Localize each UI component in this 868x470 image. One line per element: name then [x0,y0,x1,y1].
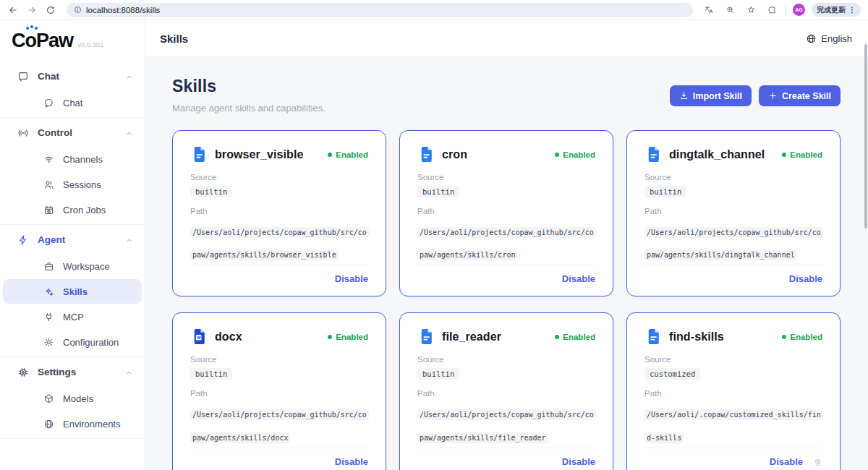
skill-card-docx: w docx Enabled Source builtin Path /User… [172,312,386,470]
skills-page: Skills Manage agent skills and capabilit… [145,57,868,470]
disable-button[interactable]: Disable [335,456,368,467]
lightning-icon [17,234,29,246]
path-value: /Users/aoli/.copaw/customized_skills/fin… [644,409,823,443]
skill-card-cron: cron Enabled Source builtin Path /Users/… [399,130,613,296]
disable-button[interactable]: Disable [335,273,368,284]
svg-text:w: w [196,335,201,340]
sidebar-item-skills[interactable]: Skills [3,279,142,304]
broadcast-icon [17,127,29,139]
source-label: Source [417,355,595,364]
extensions-icon[interactable] [765,3,779,17]
zoom-in-icon[interactable] [723,3,737,17]
users-icon [43,179,54,190]
page-title: Skills [172,77,326,96]
briefcase-icon [43,261,54,272]
language-label: English [821,33,852,44]
source-label: Source [644,173,822,181]
globe-icon [43,419,54,430]
scrollbar[interactable] [864,44,867,228]
sidebar-nav: Chat Chat Control Channels Sessions Cron… [0,61,145,470]
source-value: builtin [190,368,232,380]
cube-icon [43,393,54,404]
download-icon [679,91,689,101]
path-label: Path [644,389,822,398]
sidebar-item-workspace[interactable]: Workspace [3,254,142,278]
sidebar: CoPaw v0.0.3b1 Chat Chat Control Channel… [0,20,145,470]
menu-dots-icon[interactable]: ⋮ [848,6,856,14]
status-badge: Enabled [328,333,368,341]
path-label: Path [417,389,595,398]
path-label: Path [417,207,595,215]
path-label: Path [644,207,822,215]
sidebar-section-settings[interactable]: Settings [0,359,145,385]
sidebar-item-cron-jobs[interactable]: Cron Jobs [3,197,142,222]
sidebar-item-channels[interactable]: Channels [3,147,142,171]
file-icon [417,145,435,163]
reload-icon[interactable] [43,3,58,17]
source-value: builtin [644,186,686,197]
wifi-icon [43,154,54,165]
chevron-up-icon[interactable] [125,236,133,244]
path-value: /Users/aoli/projects/copaw_github/src/co… [417,227,596,260]
disable-button[interactable]: Disable [562,456,595,467]
source-value: customized [644,368,700,380]
path-label: Path [190,389,368,398]
skill-card-dingtalk-channel: dingtalk_channel Enabled Source builtin … [626,130,841,296]
chevron-up-icon[interactable] [125,129,133,137]
url-bar[interactable]: localhost:8088/skills [67,3,693,17]
url-text: localhost:8088/skills [86,6,160,14]
path-value: /Users/aoli/projects/copaw_github/src/co… [190,409,369,443]
sidebar-section-agent[interactable]: Agent [0,226,145,253]
skill-name: find-skills [669,330,724,343]
skill-name: dingtalk_channel [669,148,765,161]
profile-avatar[interactable]: AO [793,4,805,16]
import-skill-button[interactable]: Import Skill [670,85,752,106]
file-icon [417,328,435,346]
status-badge: Enabled [782,150,822,159]
browser-chrome: localhost:8088/skills AO 完成更新 ⋮ [0,0,868,20]
sidebar-item-sessions[interactable]: Sessions [3,172,142,197]
status-badge: Enabled [555,150,595,159]
sidebar-section-chat[interactable]: Chat [0,63,145,90]
disable-button[interactable]: Disable [789,273,822,284]
source-value: builtin [417,186,459,197]
skill-name: docx [215,330,242,343]
bookmark-star-icon[interactable] [744,3,758,17]
path-value: /Users/aoli/projects/copaw_github/src/co… [644,227,823,260]
status-badge: Enabled [328,150,368,159]
forward-icon[interactable] [25,3,39,17]
chrome-update-button[interactable]: 完成更新 ⋮ [812,3,861,17]
source-label: Source [417,173,595,181]
topbar-title: Skills [160,33,188,45]
sidebar-section-control[interactable]: Control [0,119,145,146]
chevron-up-icon[interactable] [125,72,133,80]
plug-icon [43,312,54,322]
source-label: Source [644,355,822,364]
sidebar-item-mcp[interactable]: MCP [3,304,142,329]
source-value: builtin [190,186,232,197]
source-value: builtin [417,368,459,380]
paw-dots-icon: o [25,30,37,51]
info-icon [74,6,82,14]
disable-button[interactable]: Disable [562,273,595,284]
trash-icon[interactable] [813,457,822,466]
sidebar-item-configuration[interactable]: Configuration [3,330,142,354]
skill-name: file_reader [442,330,501,343]
translate-icon[interactable] [702,3,716,17]
source-label: Source [190,173,368,181]
chat-bubble-icon [43,98,54,108]
sidebar-item-chat[interactable]: Chat [3,90,142,115]
file-icon [190,145,208,163]
chevron-up-icon[interactable] [125,368,133,376]
create-skill-button[interactable]: Create Skill [759,85,841,106]
sidebar-item-models[interactable]: Models [3,386,142,411]
file-icon [644,328,663,346]
skills-grid: browser_visible Enabled Source builtin P… [172,130,841,470]
language-selector[interactable]: English [806,33,852,44]
back-icon[interactable] [6,3,20,17]
word-file-icon: w [190,328,208,346]
sidebar-item-environments[interactable]: Environments [3,411,142,436]
status-badge: Enabled [555,333,595,341]
disable-button[interactable]: Disable [770,456,803,467]
skill-name: browser_visible [215,148,303,161]
